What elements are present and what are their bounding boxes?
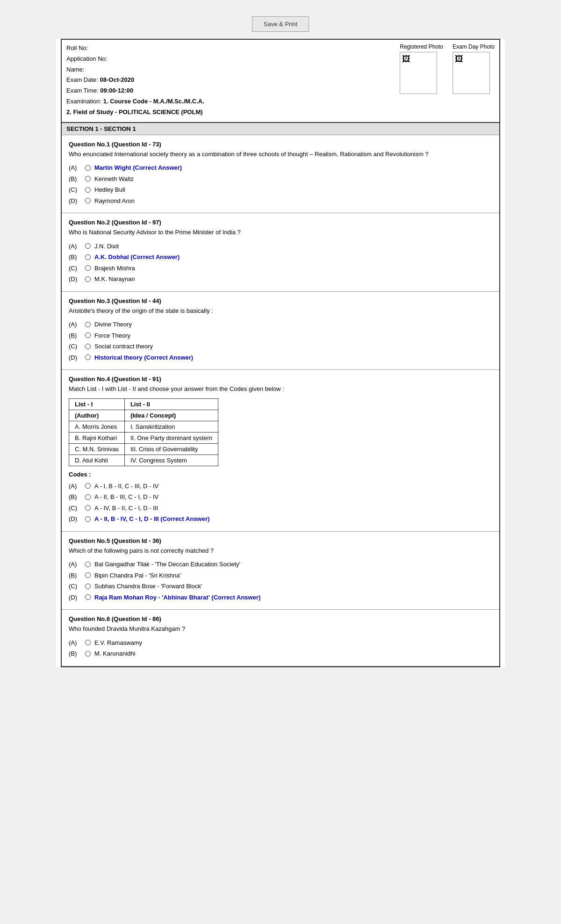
- registered-photo-box: Registered Photo: [400, 43, 443, 94]
- option-text-2-1: A.K. Dobhal (Correct Answer): [94, 253, 180, 262]
- exam-day-photo-box: Exam Day Photo: [453, 43, 495, 94]
- option-5-1: (B)Bipin Chandra Pal - 'Sri Krishna': [69, 571, 492, 580]
- radio-circle-6-1[interactable]: [85, 651, 91, 657]
- question-2: Question No.2 (Question Id - 97)Who is N…: [62, 213, 499, 292]
- option-text-4-0: A - I, B - II, C - III, D - IV: [94, 482, 158, 491]
- question-text-6: Who founded Dravida Munitra Kazahgam ?: [69, 624, 492, 634]
- registered-photo-placeholder: [400, 52, 437, 94]
- option-5-3: (D)Raja Ram Mohan Roy - 'Abhinav Bharat'…: [69, 593, 492, 602]
- option-text-5-3: Raja Ram Mohan Roy - 'Abhinav Bharat' (C…: [94, 593, 260, 602]
- questions-container: Question No.1 (Question Id - 73)Who enun…: [62, 135, 499, 666]
- exam-day-photo-label: Exam Day Photo: [453, 43, 495, 50]
- option-text-6-1: M. Karunanidhi: [94, 649, 135, 658]
- examination-line2: 2. Field of Study - POLITICAL SCIENCE (P…: [66, 108, 390, 117]
- option-4-3: (D)A - II, B - IV, C - I, D - III (Corre…: [69, 514, 492, 524]
- radio-circle-1-1[interactable]: [85, 176, 91, 181]
- matching-row-2: C. M.N. SrinivasIII. Crisis of Governabi…: [69, 443, 218, 455]
- matching-table-4: List - IList - II(Author)(Idea / Concept…: [69, 398, 218, 466]
- option-2-2: (C)Brajesh Mishra: [69, 264, 492, 273]
- radio-circle-2-3[interactable]: [85, 276, 91, 282]
- radio-circle-2-2[interactable]: [85, 265, 91, 271]
- option-text-3-3: Historical theory (Correct Answer): [94, 353, 193, 362]
- option-text-1-0: Martin Wight (Correct Answer): [94, 163, 182, 173]
- option-text-1-2: Hedley Bull: [94, 185, 125, 195]
- header-info: Roll No: Application No: Name: Exam Date…: [66, 43, 390, 118]
- option-label-1-1: (B): [69, 174, 85, 184]
- radio-circle-3-0[interactable]: [85, 322, 91, 327]
- option-3-3: (D)Historical theory (Correct Answer): [69, 353, 492, 362]
- matching-col1-3: D. Atul Kohli: [69, 455, 125, 466]
- option-text-1-1: Kenneth Waltz: [94, 174, 134, 184]
- option-label-4-2: (C): [69, 504, 85, 513]
- option-text-2-0: J.N. Dixit: [94, 242, 119, 251]
- col1-subheader: (Author): [69, 410, 125, 421]
- question-title-1: Question No.1 (Question Id - 73): [69, 141, 492, 148]
- option-3-0: (A)Divine Theory: [69, 320, 492, 329]
- option-label-6-1: (B): [69, 649, 85, 658]
- radio-circle-5-2[interactable]: [85, 584, 91, 589]
- question-text-2: Who is National Security Advisor to the …: [69, 228, 492, 237]
- radio-circle-1-2[interactable]: [85, 187, 91, 193]
- exam-paper: Roll No: Application No: Name: Exam Date…: [61, 39, 500, 667]
- option-label-2-2: (C): [69, 264, 85, 273]
- option-label-3-2: (C): [69, 342, 85, 351]
- option-1-0: (A)Martin Wight (Correct Answer): [69, 163, 492, 173]
- option-5-2: (C)Subhas Chandra Bose - 'Forward Block': [69, 582, 492, 591]
- option-4-2: (C)A - IV, B - II, C - I, D - III: [69, 504, 492, 513]
- question-4: Question No.4 (Question Id - 91)Match Li…: [62, 370, 499, 532]
- option-text-5-0: Bal Gangadhar Tilak - 'The Deccan Educat…: [94, 560, 240, 569]
- section-header: SECTION 1 - SECTION 1: [62, 123, 499, 135]
- radio-circle-2-1[interactable]: [85, 254, 91, 260]
- radio-circle-5-3[interactable]: [85, 594, 91, 600]
- radio-circle-6-0[interactable]: [85, 640, 91, 645]
- option-2-0: (A)J.N. Dixit: [69, 242, 492, 251]
- radio-circle-5-0[interactable]: [85, 562, 91, 567]
- option-label-2-0: (A): [69, 242, 85, 251]
- radio-circle-3-3[interactable]: [85, 354, 91, 360]
- option-6-1: (B)M. Karunanidhi: [69, 649, 492, 658]
- radio-circle-4-0[interactable]: [85, 483, 91, 489]
- option-label-3-3: (D): [69, 353, 85, 362]
- radio-circle-1-0[interactable]: [85, 165, 91, 171]
- option-label-1-0: (A): [69, 163, 85, 173]
- option-1-1: (B)Kenneth Waltz: [69, 174, 492, 184]
- radio-circle-5-1[interactable]: [85, 572, 91, 578]
- radio-circle-1-3[interactable]: [85, 198, 91, 203]
- option-label-5-3: (D): [69, 593, 85, 602]
- matching-col2-1: II. One Party dominant system: [124, 432, 218, 443]
- matching-row-0: A. Morris JonesI. Sanskritization: [69, 421, 218, 432]
- matching-row-3: D. Atul KohliIV. Congress System: [69, 455, 218, 466]
- codes-label-4: Codes :: [69, 471, 492, 478]
- radio-circle-4-2[interactable]: [85, 505, 91, 511]
- question-6: Question No.6 (Question Id - 86)Who foun…: [62, 610, 499, 666]
- option-label-3-1: (B): [69, 331, 85, 340]
- option-text-5-2: Subhas Chandra Bose - 'Forward Block': [94, 582, 202, 591]
- exam-day-photo-placeholder: [453, 52, 490, 94]
- radio-circle-3-2[interactable]: [85, 344, 91, 349]
- option-text-3-0: Divine Theory: [94, 320, 132, 329]
- matching-col1-1: B. Rajni Kothari: [69, 432, 125, 443]
- radio-circle-2-0[interactable]: [85, 243, 91, 249]
- option-text-3-1: Force Theory: [94, 331, 130, 340]
- radio-circle-3-1[interactable]: [85, 332, 91, 338]
- app-no: Application No:: [66, 54, 390, 64]
- exam-time: Exam Time: 09:00-12:00: [66, 86, 390, 96]
- option-label-1-3: (D): [69, 196, 85, 206]
- option-5-0: (A)Bal Gangadhar Tilak - 'The Deccan Edu…: [69, 560, 492, 569]
- option-label-5-2: (C): [69, 582, 85, 591]
- radio-circle-4-1[interactable]: [85, 494, 91, 500]
- roll-no: Roll No:: [66, 43, 390, 53]
- toolbar: Save & Print: [56, 9, 505, 39]
- registered-photo-label: Registered Photo: [400, 43, 443, 50]
- option-1-2: (C)Hedley Bull: [69, 185, 492, 195]
- radio-circle-4-3[interactable]: [85, 516, 91, 522]
- option-2-1: (B)A.K. Dobhal (Correct Answer): [69, 253, 492, 262]
- option-4-1: (B)A - II, B - III, C - I, D - IV: [69, 492, 492, 502]
- option-label-2-1: (B): [69, 253, 85, 262]
- option-label-6-0: (A): [69, 638, 85, 648]
- question-text-1: Who enunciated International society the…: [69, 150, 492, 159]
- save-print-button[interactable]: Save & Print: [252, 16, 309, 32]
- option-text-3-2: Social contract theory: [94, 342, 153, 351]
- examination: Examination: 1. Course Code - M.A./M.Sc.…: [66, 97, 390, 107]
- matching-col2-0: I. Sanskritization: [124, 421, 218, 432]
